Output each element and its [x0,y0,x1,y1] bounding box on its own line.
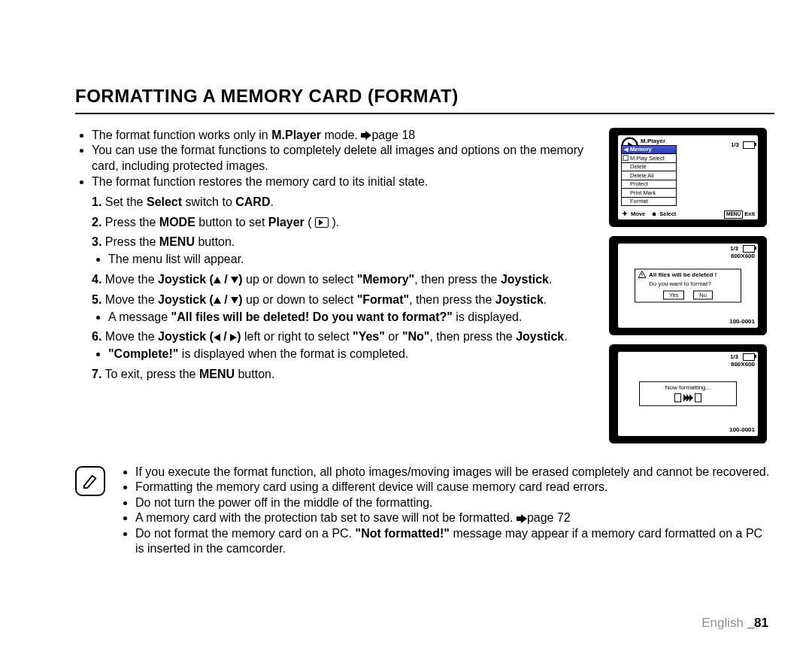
battery-icon [743,141,755,149]
svg-point-7 [641,276,642,277]
note-line: Do not format the memory card on a PC. "… [135,526,774,557]
page-footer: English _81 [701,615,768,631]
down-triangle-icon [231,297,238,304]
svg-marker-3 [622,210,628,216]
progress-endcap-icon [695,393,701,402]
step-item: 6. Move the Joystick ( / ) left or right… [92,329,594,362]
no-button[interactable]: No [693,290,713,299]
note-line: If you execute the format function, all … [135,465,774,480]
progress-chevrons-icon [683,394,692,401]
lcd-screen-confirm: 1/3 800X600 All files will be deleted ! … [609,236,767,335]
step-item: 3. Press the MENU button. The menu list … [92,235,594,268]
left-triangle-icon [214,334,220,341]
steps-list: 1. Set the Select switch to CARD. 2. Pre… [75,195,594,383]
step-sub: The menu list will appear. [108,252,594,268]
lcd-screen-menu: M.Player Mode 1/3 ◀Memory M.Play Select … [609,128,767,227]
step-item: 4. Move the Joystick ( / ) up or down to… [92,272,594,288]
svg-point-4 [653,213,656,216]
progress-endcap-icon [674,393,681,402]
battery-icon [743,245,755,253]
intro-line: The format function works only in M.Play… [92,128,594,144]
step-sub: A message "All files will be deleted! Do… [108,310,594,325]
step-item: 2. Press the MODE button to set Player (… [92,215,594,231]
player-icon [315,217,329,228]
dpad-icon [621,210,629,218]
title-rule [75,113,774,114]
step-sub: "Complete!" is displayed when the format… [108,347,594,362]
page-title: FORMATTING A MEMORY CARD (FORMAT) [75,84,774,108]
note-icon [75,466,105,496]
dot-icon [651,211,657,217]
page-ref-arrow-icon [361,131,371,140]
lcd-illustrations: M.Player Mode 1/3 ◀Memory M.Play Select … [609,128,774,453]
note-box: If you execute the format function, all … [75,465,774,557]
card-icon [623,155,629,161]
svg-rect-2 [623,156,628,160]
right-triangle-icon [230,334,237,341]
step-item: 5. Move the Joystick ( / ) up or down to… [92,292,594,325]
battery-icon [743,353,755,361]
intro-line: The format function restores the memory … [92,174,594,190]
lcd-screen-progress: 1/3 800X600 Now formatting... 100-0001 [609,344,767,444]
note-line: Do not turn the power off in the middle … [135,495,774,510]
intro-line: You can use the format functions to comp… [92,143,594,174]
body-text: The format function works only in M.Play… [75,128,609,387]
up-triangle-icon [214,297,221,304]
warning-icon [638,271,646,278]
lcd-menu-list: ◀Memory M.Play Select Delete Delete All … [621,145,677,207]
up-triangle-icon [214,277,221,283]
note-line: Formatting the memory card using a diffe… [135,480,774,495]
step-item: 1. Set the Select switch to CARD. [92,195,594,210]
down-triangle-icon [231,277,238,283]
page-ref-arrow-icon [517,514,527,523]
manual-page: FORMATTING A MEMORY CARD (FORMAT) The fo… [0,0,812,657]
yes-button[interactable]: Yes [663,290,684,299]
step-item: 7. To exit, press the MENU button. [92,367,594,383]
back-chevron-icon: ◀ [623,147,629,153]
confirm-dialog: All files will be deleted ! Do you want … [635,268,741,302]
progress-dialog: Now formatting... [639,381,737,407]
note-line: A memory card with the protection tab se… [135,510,774,525]
